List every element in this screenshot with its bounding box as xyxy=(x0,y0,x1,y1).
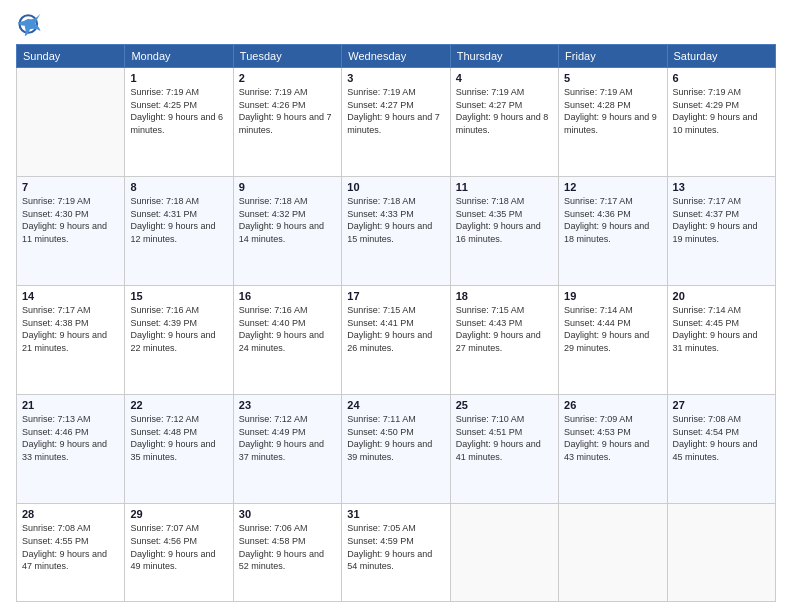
day-detail: Sunrise: 7:18 AM Sunset: 4:35 PM Dayligh… xyxy=(456,195,553,245)
day-number: 18 xyxy=(456,290,553,302)
day-detail: Sunrise: 7:19 AM Sunset: 4:27 PM Dayligh… xyxy=(347,86,444,136)
calendar-cell: 9Sunrise: 7:18 AM Sunset: 4:32 PM Daylig… xyxy=(233,177,341,286)
calendar-week-row: 28Sunrise: 7:08 AM Sunset: 4:55 PM Dayli… xyxy=(17,504,776,602)
calendar-cell: 11Sunrise: 7:18 AM Sunset: 4:35 PM Dayli… xyxy=(450,177,558,286)
day-detail: Sunrise: 7:19 AM Sunset: 4:26 PM Dayligh… xyxy=(239,86,336,136)
day-number: 9 xyxy=(239,181,336,193)
calendar-cell: 4Sunrise: 7:19 AM Sunset: 4:27 PM Daylig… xyxy=(450,68,558,177)
calendar-cell: 22Sunrise: 7:12 AM Sunset: 4:48 PM Dayli… xyxy=(125,395,233,504)
day-number: 30 xyxy=(239,508,336,520)
day-number: 7 xyxy=(22,181,119,193)
header xyxy=(16,10,776,38)
calendar-week-row: 1Sunrise: 7:19 AM Sunset: 4:25 PM Daylig… xyxy=(17,68,776,177)
day-number: 6 xyxy=(673,72,770,84)
day-number: 27 xyxy=(673,399,770,411)
day-number: 20 xyxy=(673,290,770,302)
calendar-cell: 24Sunrise: 7:11 AM Sunset: 4:50 PM Dayli… xyxy=(342,395,450,504)
calendar-cell: 26Sunrise: 7:09 AM Sunset: 4:53 PM Dayli… xyxy=(559,395,667,504)
calendar-cell xyxy=(450,504,558,602)
weekday-header-friday: Friday xyxy=(559,45,667,68)
day-number: 13 xyxy=(673,181,770,193)
day-detail: Sunrise: 7:12 AM Sunset: 4:49 PM Dayligh… xyxy=(239,413,336,463)
day-detail: Sunrise: 7:19 AM Sunset: 4:29 PM Dayligh… xyxy=(673,86,770,136)
calendar-cell: 1Sunrise: 7:19 AM Sunset: 4:25 PM Daylig… xyxy=(125,68,233,177)
calendar-cell: 30Sunrise: 7:06 AM Sunset: 4:58 PM Dayli… xyxy=(233,504,341,602)
day-detail: Sunrise: 7:19 AM Sunset: 4:30 PM Dayligh… xyxy=(22,195,119,245)
weekday-header-saturday: Saturday xyxy=(667,45,775,68)
day-number: 23 xyxy=(239,399,336,411)
calendar-cell: 25Sunrise: 7:10 AM Sunset: 4:51 PM Dayli… xyxy=(450,395,558,504)
day-number: 5 xyxy=(564,72,661,84)
day-detail: Sunrise: 7:07 AM Sunset: 4:56 PM Dayligh… xyxy=(130,522,227,572)
day-number: 24 xyxy=(347,399,444,411)
day-number: 1 xyxy=(130,72,227,84)
calendar-week-row: 7Sunrise: 7:19 AM Sunset: 4:30 PM Daylig… xyxy=(17,177,776,286)
day-detail: Sunrise: 7:15 AM Sunset: 4:43 PM Dayligh… xyxy=(456,304,553,354)
page: SundayMondayTuesdayWednesdayThursdayFrid… xyxy=(0,0,792,612)
day-number: 10 xyxy=(347,181,444,193)
calendar-cell: 16Sunrise: 7:16 AM Sunset: 4:40 PM Dayli… xyxy=(233,286,341,395)
day-detail: Sunrise: 7:14 AM Sunset: 4:45 PM Dayligh… xyxy=(673,304,770,354)
calendar-cell: 13Sunrise: 7:17 AM Sunset: 4:37 PM Dayli… xyxy=(667,177,775,286)
calendar-cell: 29Sunrise: 7:07 AM Sunset: 4:56 PM Dayli… xyxy=(125,504,233,602)
calendar-cell: 28Sunrise: 7:08 AM Sunset: 4:55 PM Dayli… xyxy=(17,504,125,602)
day-number: 16 xyxy=(239,290,336,302)
day-detail: Sunrise: 7:18 AM Sunset: 4:33 PM Dayligh… xyxy=(347,195,444,245)
calendar-cell xyxy=(17,68,125,177)
day-number: 14 xyxy=(22,290,119,302)
day-number: 12 xyxy=(564,181,661,193)
day-number: 25 xyxy=(456,399,553,411)
calendar-cell: 8Sunrise: 7:18 AM Sunset: 4:31 PM Daylig… xyxy=(125,177,233,286)
day-number: 11 xyxy=(456,181,553,193)
day-detail: Sunrise: 7:19 AM Sunset: 4:28 PM Dayligh… xyxy=(564,86,661,136)
calendar-cell: 27Sunrise: 7:08 AM Sunset: 4:54 PM Dayli… xyxy=(667,395,775,504)
day-detail: Sunrise: 7:08 AM Sunset: 4:54 PM Dayligh… xyxy=(673,413,770,463)
day-detail: Sunrise: 7:19 AM Sunset: 4:25 PM Dayligh… xyxy=(130,86,227,136)
day-number: 21 xyxy=(22,399,119,411)
day-number: 29 xyxy=(130,508,227,520)
day-number: 8 xyxy=(130,181,227,193)
calendar-cell: 23Sunrise: 7:12 AM Sunset: 4:49 PM Dayli… xyxy=(233,395,341,504)
calendar-week-row: 21Sunrise: 7:13 AM Sunset: 4:46 PM Dayli… xyxy=(17,395,776,504)
calendar-cell xyxy=(667,504,775,602)
day-number: 28 xyxy=(22,508,119,520)
day-detail: Sunrise: 7:17 AM Sunset: 4:36 PM Dayligh… xyxy=(564,195,661,245)
day-number: 31 xyxy=(347,508,444,520)
day-detail: Sunrise: 7:08 AM Sunset: 4:55 PM Dayligh… xyxy=(22,522,119,572)
calendar-cell: 14Sunrise: 7:17 AM Sunset: 4:38 PM Dayli… xyxy=(17,286,125,395)
calendar-week-row: 14Sunrise: 7:17 AM Sunset: 4:38 PM Dayli… xyxy=(17,286,776,395)
day-detail: Sunrise: 7:09 AM Sunset: 4:53 PM Dayligh… xyxy=(564,413,661,463)
calendar-cell: 7Sunrise: 7:19 AM Sunset: 4:30 PM Daylig… xyxy=(17,177,125,286)
calendar-cell: 20Sunrise: 7:14 AM Sunset: 4:45 PM Dayli… xyxy=(667,286,775,395)
day-detail: Sunrise: 7:11 AM Sunset: 4:50 PM Dayligh… xyxy=(347,413,444,463)
calendar-table: SundayMondayTuesdayWednesdayThursdayFrid… xyxy=(16,44,776,602)
weekday-header-monday: Monday xyxy=(125,45,233,68)
calendar-cell: 12Sunrise: 7:17 AM Sunset: 4:36 PM Dayli… xyxy=(559,177,667,286)
weekday-header-tuesday: Tuesday xyxy=(233,45,341,68)
calendar-cell: 15Sunrise: 7:16 AM Sunset: 4:39 PM Dayli… xyxy=(125,286,233,395)
day-number: 26 xyxy=(564,399,661,411)
calendar-cell: 21Sunrise: 7:13 AM Sunset: 4:46 PM Dayli… xyxy=(17,395,125,504)
weekday-header-sunday: Sunday xyxy=(17,45,125,68)
day-number: 19 xyxy=(564,290,661,302)
calendar-cell: 2Sunrise: 7:19 AM Sunset: 4:26 PM Daylig… xyxy=(233,68,341,177)
day-detail: Sunrise: 7:17 AM Sunset: 4:37 PM Dayligh… xyxy=(673,195,770,245)
calendar-cell: 5Sunrise: 7:19 AM Sunset: 4:28 PM Daylig… xyxy=(559,68,667,177)
calendar-cell xyxy=(559,504,667,602)
day-detail: Sunrise: 7:18 AM Sunset: 4:31 PM Dayligh… xyxy=(130,195,227,245)
day-detail: Sunrise: 7:05 AM Sunset: 4:59 PM Dayligh… xyxy=(347,522,444,572)
day-detail: Sunrise: 7:16 AM Sunset: 4:40 PM Dayligh… xyxy=(239,304,336,354)
day-number: 4 xyxy=(456,72,553,84)
day-detail: Sunrise: 7:10 AM Sunset: 4:51 PM Dayligh… xyxy=(456,413,553,463)
day-number: 2 xyxy=(239,72,336,84)
day-detail: Sunrise: 7:16 AM Sunset: 4:39 PM Dayligh… xyxy=(130,304,227,354)
calendar-cell: 19Sunrise: 7:14 AM Sunset: 4:44 PM Dayli… xyxy=(559,286,667,395)
day-detail: Sunrise: 7:17 AM Sunset: 4:38 PM Dayligh… xyxy=(22,304,119,354)
day-number: 15 xyxy=(130,290,227,302)
day-detail: Sunrise: 7:19 AM Sunset: 4:27 PM Dayligh… xyxy=(456,86,553,136)
calendar-cell: 10Sunrise: 7:18 AM Sunset: 4:33 PM Dayli… xyxy=(342,177,450,286)
logo-icon xyxy=(16,10,44,38)
day-number: 3 xyxy=(347,72,444,84)
weekday-header-wednesday: Wednesday xyxy=(342,45,450,68)
calendar-cell: 3Sunrise: 7:19 AM Sunset: 4:27 PM Daylig… xyxy=(342,68,450,177)
